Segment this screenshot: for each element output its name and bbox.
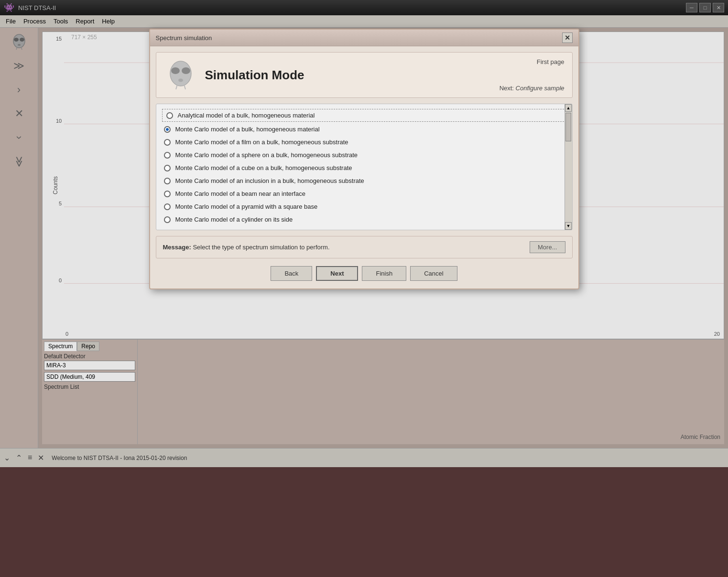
radio-btn-4[interactable] [164,152,171,159]
option-analytical-bulk[interactable]: Analytical model of a bulk, homogeneous … [162,109,566,122]
scrollbar-track: ▲ ▼ [565,104,572,230]
dialog-title: Spectrum simulation [156,34,212,42]
option-mc-cube[interactable]: Monte Carlo model of a cube on a bulk, h… [158,161,570,174]
next-page-label: Next: Configure sample [500,85,565,92]
radio-btn-7[interactable] [164,191,171,197]
radio-btn-2[interactable] [164,126,171,133]
modal-overlay: Spectrum simulation ✕ Simulatio [0,0,728,577]
radio-btn-6[interactable] [164,178,171,184]
dialog-body: Simulation Mode First page Next: Configu… [150,46,578,288]
option-mc-film[interactable]: Monte Carlo model of a film on a bulk, h… [158,136,570,149]
radio-btn-5[interactable] [164,165,171,171]
option-label-6: Monte Carlo model of an inclusion in a b… [175,177,364,184]
radio-btn-9[interactable] [164,216,171,223]
message-bar: Message: Select the type of spectrum sim… [156,236,573,258]
option-mc-pyramid[interactable]: Monte Carlo model of a pyramid with a sq… [158,200,570,213]
svg-point-13 [178,79,183,82]
option-mc-beam[interactable]: Monte Carlo model of a beam near an inte… [158,187,570,200]
options-container: Analytical model of a bulk, homogeneous … [156,104,573,230]
next-button[interactable]: Next [316,266,358,281]
option-mc-inclusion[interactable]: Monte Carlo model of an inclusion in a b… [158,174,570,187]
back-button[interactable]: Back [271,266,312,281]
radio-btn-8[interactable] [164,203,171,210]
message-text: Message: Select the type of spectrum sim… [163,244,330,251]
message-label: Message: [163,244,193,251]
options-inner: Analytical model of a bulk, homogeneous … [156,104,572,230]
action-buttons: Back Next Finish Cancel [156,264,573,283]
option-label-9: Monte Carlo model of a cylinder on its s… [175,216,293,223]
radio-btn-1[interactable] [166,112,173,119]
option-mc-cylinder[interactable]: Monte Carlo model of a cylinder on its s… [158,213,570,226]
next-page-name: Configure sample [516,85,565,92]
more-button[interactable]: More... [530,241,565,253]
cancel-button[interactable]: Cancel [410,266,457,281]
next-label-text: Next: [500,85,514,92]
option-label-5: Monte Carlo model of a cube on a bulk, h… [175,164,352,171]
option-mc-bulk[interactable]: Monte Carlo model of a bulk, homogeneous… [158,123,570,136]
option-label-2: Monte Carlo model of a bulk, homogeneous… [175,126,320,133]
message-content: Select the type of spectrum simulation t… [193,244,329,251]
option-label-8: Monte Carlo model of a pyramid with a sq… [175,203,318,210]
svg-point-11 [171,67,180,74]
option-label-3: Monte Carlo model of a film on a bulk, h… [175,139,348,146]
dialog-main-title: Simulation Mode [205,68,304,83]
first-page-label: First page [537,58,565,65]
scrollbar-down-button[interactable]: ▼ [565,222,572,230]
scrollbar-up-button[interactable]: ▲ [565,104,572,112]
option-label-4: Monte Carlo model of a sphere on a bulk,… [175,151,358,159]
option-label-7: Monte Carlo model of a beam near an inte… [175,190,305,197]
dialog-alien-icon [164,58,197,92]
radio-btn-3[interactable] [164,139,171,146]
scrollbar-thumb[interactable] [565,113,571,141]
finish-button[interactable]: Finish [362,266,406,281]
spectrum-simulation-dialog: Spectrum simulation ✕ Simulatio [149,29,579,289]
svg-point-12 [182,67,190,74]
option-label-1: Analytical model of a bulk, homogeneous … [178,112,315,119]
dialog-title-bar: Spectrum simulation ✕ [150,30,578,46]
option-mc-sphere[interactable]: Monte Carlo model of a sphere on a bulk,… [158,149,570,161]
dialog-header: Simulation Mode First page Next: Configu… [156,52,573,98]
dialog-close-button[interactable]: ✕ [562,32,573,43]
